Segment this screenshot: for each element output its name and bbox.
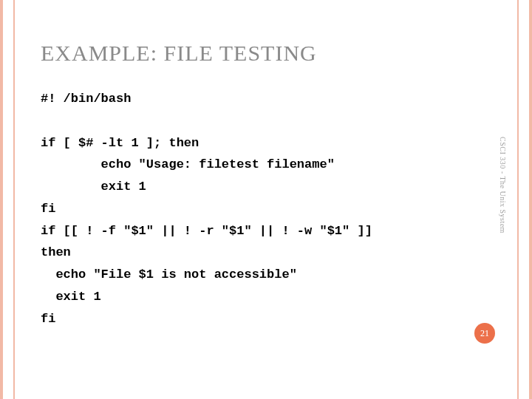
page-number-badge: 21	[474, 323, 495, 344]
slide-content: EXAMPLE: FILE TESTING #! /bin/bash if [ …	[0, 0, 532, 399]
code-block: #! /bin/bash if [ $# -lt 1 ]; then echo …	[41, 88, 480, 330]
slide-title: EXAMPLE: FILE TESTING	[41, 41, 480, 66]
page-number: 21	[480, 328, 489, 339]
course-side-label: CSCI 330 - The Unix System	[499, 137, 507, 233]
